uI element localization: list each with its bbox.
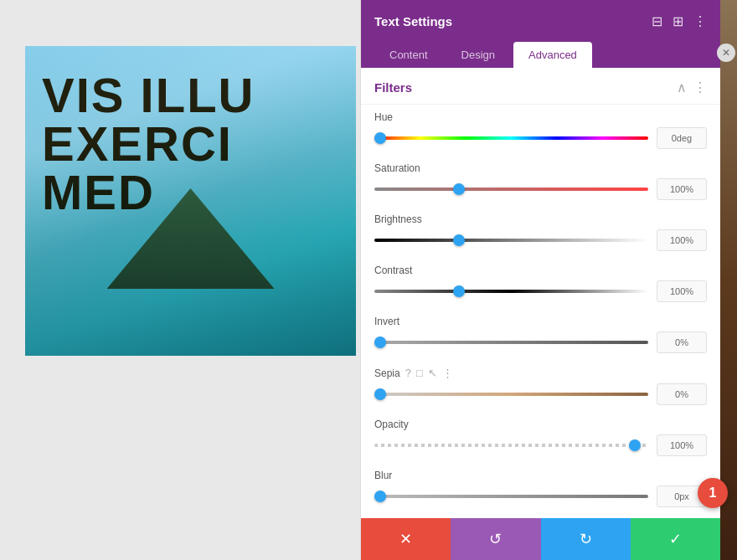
sepia-cursor-icon[interactable]: ↖ [428, 367, 437, 379]
canvas-area: VIS ILLU EXERCI MED [0, 0, 360, 560]
sepia-slider-container [374, 387, 648, 402]
invert-slider-container [374, 335, 648, 350]
blur-filter-row: Blur [361, 463, 720, 514]
blur-track[interactable] [374, 495, 648, 498]
saturation-label: Saturation [374, 162, 707, 174]
brightness-value[interactable] [657, 229, 707, 251]
sepia-thumb[interactable] [374, 388, 386, 400]
sepia-dots-icon[interactable]: ⋮ [442, 367, 453, 379]
panel-header: Text Settings ⊟ ⊞ ⋮ [361, 0, 720, 42]
sepia-desktop-icon[interactable]: □ [416, 367, 423, 379]
canvas-image: VIS ILLU EXERCI MED [25, 46, 356, 356]
right-area: Text Settings ⊟ ⊞ ⋮ Content Design Advan… [360, 0, 737, 560]
blur-thumb[interactable] [374, 491, 386, 502]
undo-button[interactable]: ↺ [451, 518, 540, 560]
contrast-controls [374, 280, 707, 302]
contrast-thumb[interactable] [453, 285, 465, 297]
contrast-slider-container [374, 284, 648, 299]
panel-content: Filters ∧ ⋮ Hue [361, 68, 720, 518]
hue-slider-container [374, 131, 648, 146]
hue-thumb[interactable] [374, 132, 386, 144]
blur-controls [374, 486, 707, 507]
saturation-filter-row: Saturation [361, 156, 720, 207]
tab-advanced[interactable]: Advanced [513, 42, 592, 68]
bottom-toolbar: ✕ ↺ ↻ ✓ [361, 518, 720, 560]
opacity-label: Opacity [374, 419, 707, 430]
saturation-controls [374, 178, 707, 200]
panel-title: Text Settings [374, 14, 452, 28]
grid-icon[interactable]: ⊞ [673, 13, 683, 29]
contrast-track[interactable] [374, 290, 648, 293]
contrast-label: Contrast [374, 265, 707, 276]
sepia-controls [374, 383, 707, 405]
hue-value[interactable] [657, 127, 707, 149]
sepia-help-icon[interactable]: ? [405, 367, 411, 379]
sepia-track[interactable] [374, 393, 648, 396]
canvas-text: VIS ILLU EXERCI MED [42, 71, 255, 217]
brightness-track[interactable] [374, 239, 648, 242]
tab-design[interactable]: Design [446, 42, 510, 68]
invert-track[interactable] [374, 341, 648, 344]
sepia-label-row: Sepia ? □ ↖ ⋮ [374, 367, 707, 379]
settings-panel: Text Settings ⊟ ⊞ ⋮ Content Design Advan… [360, 0, 720, 560]
more-icon[interactable]: ⋮ [693, 13, 707, 29]
sepia-filter-row: Sepia ? □ ↖ ⋮ [361, 360, 720, 412]
right-strip [720, 0, 737, 560]
section-collapse-icon[interactable]: ∧ [677, 80, 687, 95]
opacity-value[interactable] [657, 434, 707, 456]
brightness-filter-row: Brightness [361, 207, 720, 258]
saturation-track[interactable] [374, 188, 648, 191]
saturation-value[interactable] [657, 178, 707, 200]
brightness-slider-container [374, 233, 648, 248]
filters-title: Filters [374, 80, 412, 95]
invert-label: Invert [374, 316, 707, 327]
minimize-icon[interactable]: ⊟ [652, 13, 662, 29]
redo-button[interactable]: ↻ [541, 518, 631, 560]
invert-controls [374, 331, 707, 353]
opacity-filter-row: Opacity [361, 412, 720, 463]
opacity-thumb[interactable] [629, 439, 641, 451]
blur-label: Blur [374, 470, 707, 481]
section-header-icons: ∧ ⋮ [677, 80, 707, 95]
invert-thumb[interactable] [374, 337, 386, 348]
opacity-slider-container [374, 438, 648, 453]
hue-label: Hue [374, 111, 707, 123]
filters-section-header: Filters ∧ ⋮ [361, 68, 720, 105]
brightness-controls [374, 229, 707, 251]
opacity-controls [374, 434, 707, 456]
sepia-value[interactable] [657, 383, 707, 405]
panel-close-button[interactable]: ✕ [717, 44, 735, 62]
cancel-button[interactable]: ✕ [361, 518, 451, 560]
badge: 1 [698, 478, 728, 508]
invert-value[interactable] [657, 331, 707, 353]
save-button[interactable]: ✓ [631, 518, 720, 560]
section-more-icon[interactable]: ⋮ [693, 80, 707, 95]
hue-controls [374, 127, 707, 149]
contrast-filter-row: Contrast [361, 258, 720, 309]
saturation-thumb[interactable] [453, 183, 465, 195]
hue-filter-row: Hue [361, 105, 720, 156]
panel-header-icons: ⊟ ⊞ ⋮ [652, 13, 707, 29]
invert-filter-row: Invert [361, 309, 720, 360]
blur-slider-container [374, 489, 648, 504]
tab-content[interactable]: Content [374, 42, 443, 68]
brightness-label: Brightness [374, 213, 707, 225]
tabs-bar: Content Design Advanced [361, 42, 720, 68]
saturation-slider-container [374, 182, 648, 197]
sepia-label: Sepia [374, 367, 400, 379]
opacity-track[interactable] [374, 444, 648, 447]
hue-track[interactable] [374, 136, 648, 140]
contrast-value[interactable] [657, 280, 707, 302]
brightness-thumb[interactable] [453, 234, 465, 246]
